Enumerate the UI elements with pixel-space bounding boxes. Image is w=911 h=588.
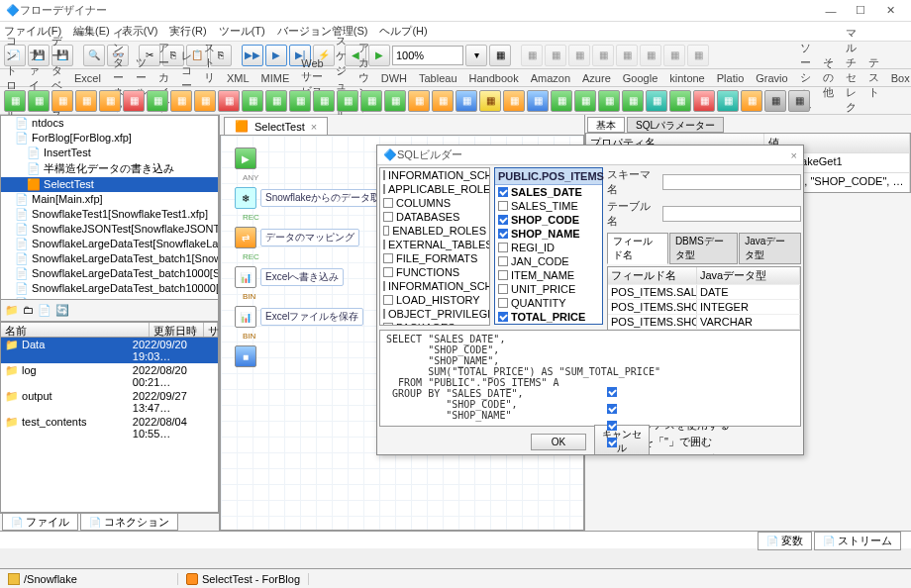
list-item[interactable]: 📁 output2022/09/27 13:47… <box>1 389 218 415</box>
minimize-button[interactable]: — <box>816 5 846 17</box>
column-row[interactable]: UNIT_PRICE <box>495 282 602 296</box>
tree-row[interactable]: 🟧 SelectTest <box>1 177 218 192</box>
gray8-icon[interactable]: ▦ <box>687 45 709 66</box>
menu-item[interactable]: 編集(E) <box>73 24 110 39</box>
maximize-button[interactable]: ☐ <box>846 4 875 17</box>
component-icon[interactable]: ▦ <box>75 90 97 112</box>
list-item[interactable]: 📁 test_contents2022/08/04 10:55… <box>1 415 218 441</box>
tree-row[interactable]: 📄 半構造化データの書き込み <box>1 160 218 177</box>
menu-item[interactable]: ヘルプ(H) <box>379 24 427 39</box>
column-row[interactable]: ITEM_NAME <box>495 268 602 282</box>
column-row[interactable]: REGI_ID <box>495 241 602 254</box>
column-row[interactable]: SALES_TIME <box>495 199 602 213</box>
tree-row[interactable]: 📄 SnowflakeJSONTest[SnowflakeJSONTest.xf… <box>1 222 218 237</box>
schema-item[interactable]: EXTERNAL_TABLES <box>380 238 489 251</box>
tree-row[interactable]: 📄 ForBlog[ForBlog.xfp] <box>1 131 218 146</box>
excel-save-node[interactable]: 📊 <box>235 306 256 328</box>
component-icon[interactable]: ▦ <box>123 90 145 112</box>
tab-basic[interactable]: 基本 <box>587 117 625 133</box>
component-icon[interactable]: ▦ <box>717 90 739 112</box>
component-icon[interactable]: ▦ <box>598 90 620 112</box>
schema-item[interactable]: INFORMATION_SCHEMA <box>380 168 489 182</box>
component-icon[interactable]: ▦ <box>170 90 192 112</box>
refresh-icon[interactable]: 🔄 <box>55 304 69 317</box>
schema-item[interactable]: DATABASES <box>380 210 489 224</box>
snowflake-node[interactable]: ❄ <box>235 187 256 209</box>
schema-item[interactable]: FUNCTIONS <box>380 265 489 279</box>
play-icon[interactable]: ▶ <box>265 45 287 66</box>
gray2-icon[interactable]: ▦ <box>545 45 566 66</box>
component-icon[interactable]: ▦ <box>503 90 525 112</box>
field-tab[interactable]: Javaデータ型 <box>739 233 801 264</box>
find-icon[interactable]: 🔍 <box>83 45 105 66</box>
list-item[interactable]: 📁 log2022/08/20 00:21… <box>1 363 218 389</box>
gray1-icon[interactable]: ▦ <box>521 45 543 66</box>
gray4-icon[interactable]: ▦ <box>592 45 614 66</box>
menu-item[interactable]: 実行(R) <box>169 24 206 39</box>
cancel-button[interactable]: キャンセル <box>594 425 650 454</box>
schema-item[interactable]: APPLICABLE_ROLES <box>380 182 489 196</box>
component-icon[interactable]: ▦ <box>4 90 26 112</box>
component-icon[interactable]: ▦ <box>265 90 287 112</box>
component-icon[interactable]: ▦ <box>693 90 715 112</box>
schema-name-input[interactable] <box>662 174 801 190</box>
category-item[interactable]: テスト <box>868 55 879 100</box>
component-icon[interactable]: ▦ <box>218 90 240 112</box>
tab-close-icon[interactable]: × <box>311 121 317 133</box>
column-row[interactable]: JAN_CODE <box>495 254 602 268</box>
component-icon[interactable]: ▦ <box>28 90 50 112</box>
tree-row[interactable]: 📄 InsertTest <box>1 146 218 160</box>
component-icon[interactable]: ▦ <box>646 90 667 112</box>
field-tab[interactable]: DBMSデータ型 <box>669 233 738 264</box>
project-tree[interactable]: 📄 ntdocs📄 ForBlog[ForBlog.xfp]📄 InsertTe… <box>0 115 219 300</box>
field-row[interactable]: POS_ITEMS.SHOP_C…INTEGER <box>608 299 800 314</box>
table-columns-box[interactable]: PUBLIC.POS_ITEMS SALES_DATESALES_TIMESHO… <box>494 167 603 325</box>
category-item[interactable]: Gravio <box>756 72 787 84</box>
tab-connection[interactable]: 📄 コネクション <box>80 514 178 531</box>
column-row[interactable]: SHOP_NAME <box>495 227 602 241</box>
schema-item[interactable]: LOAD_HISTORY <box>380 293 489 307</box>
schema-item[interactable]: FILE_FORMATS <box>380 251 489 265</box>
category-item[interactable]: Tableau <box>419 72 457 84</box>
editor-tab[interactable]: 🟧 SelectTest × <box>224 117 328 135</box>
component-icon[interactable]: ▦ <box>99 90 121 112</box>
field-row[interactable]: POS_ITEMS.SHOP_…VARCHAR <box>608 314 800 329</box>
component-icon[interactable]: ▦ <box>313 90 335 112</box>
schema-item[interactable]: INFORMATION_SCHEMA <box>380 279 489 293</box>
sql-preview[interactable]: SELECT "SALES_DATE", "SHOP_CODE", "SHOP_… <box>379 330 801 427</box>
component-icon[interactable]: ▦ <box>741 90 762 112</box>
fit-icon[interactable]: ▦ <box>489 45 511 66</box>
tab-stream[interactable]: 📄 ストリーム <box>814 532 901 550</box>
menu-item[interactable]: 表示(V) <box>122 24 158 39</box>
table-name-input[interactable] <box>662 206 801 222</box>
component-icon[interactable]: ▦ <box>551 90 572 112</box>
tree-row[interactable]: 📄 ntdocs <box>1 116 218 131</box>
tree-row[interactable]: 📄 SnowflakeLargeDataTest_batch1[Snowflak… <box>1 251 218 266</box>
component-icon[interactable]: ▦ <box>384 90 406 112</box>
column-row[interactable]: TOTAL_PRICE <box>495 310 602 324</box>
end-node[interactable]: ■ <box>235 345 256 367</box>
component-icon[interactable]: ▦ <box>622 90 644 112</box>
component-icon[interactable]: ▦ <box>764 90 786 112</box>
component-icon[interactable]: ▦ <box>360 90 382 112</box>
dialog-close-icon[interactable]: × <box>791 149 797 161</box>
component-icon[interactable]: ▦ <box>51 90 73 112</box>
nav-fwd-icon[interactable]: ▶ <box>368 45 390 66</box>
tree-row[interactable]: 📄 SnowflakeLargeDataTest_batch10000[Snow… <box>1 281 218 296</box>
zoom-combo[interactable] <box>392 46 463 65</box>
category-item[interactable]: kintone <box>669 72 704 84</box>
category-item[interactable]: Box <box>891 72 910 84</box>
tab-file[interactable]: 📄 ファイル <box>2 514 78 531</box>
category-item[interactable]: Excel <box>74 72 101 84</box>
close-button[interactable]: ✕ <box>875 4 905 17</box>
gray6-icon[interactable]: ▦ <box>640 45 661 66</box>
component-icon[interactable]: ▦ <box>147 90 168 112</box>
tree-row[interactable]: 📄 Main[Main.xfp] <box>1 192 218 207</box>
field-row[interactable]: POS_ITEMS.SALES_…DATE <box>608 284 800 299</box>
menu-item[interactable]: ツール(T) <box>219 24 265 39</box>
category-item[interactable]: Azure <box>582 72 611 84</box>
page-icon[interactable]: 📄 <box>38 304 51 317</box>
schema-list[interactable]: INFORMATION_SCHEMAAPPLICABLE_ROLESCOLUMN… <box>379 167 490 326</box>
mapping-node[interactable]: ⇄ <box>235 227 256 248</box>
component-icon[interactable]: ▦ <box>574 90 596 112</box>
